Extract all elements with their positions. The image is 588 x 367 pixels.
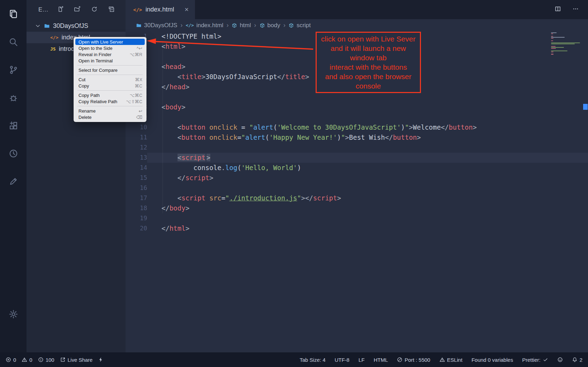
- minimap[interactable]: [551, 32, 582, 55]
- breadcrumb-separator: ›: [283, 22, 285, 29]
- breadcrumb-separator: ›: [254, 22, 256, 29]
- status-errors-error-icon: [6, 357, 11, 362]
- status-tab-size[interactable]: Tab Size: 4: [300, 357, 325, 363]
- activity-bar: [0, 0, 27, 352]
- breadcrumb-30daysofjs[interactable]: 30DaysOfJS: [136, 22, 177, 29]
- activity-bar-source-control-button[interactable]: [0, 56, 27, 84]
- breadcrumb-separator: ›: [226, 22, 228, 29]
- activity-bar-run-debug-button[interactable]: [0, 84, 27, 112]
- menu-item-shortcut: ↩: [139, 108, 142, 114]
- breadcrumb-script[interactable]: script: [288, 22, 311, 29]
- activity-bar-settings-button[interactable]: [0, 300, 27, 328]
- activity-bar-search-button[interactable]: [0, 28, 27, 56]
- line-text: [147, 183, 588, 193]
- code-line-17: 17 <script src="./introduction.js"></scr…: [126, 193, 588, 203]
- split-editor-button[interactable]: [555, 6, 561, 14]
- collapse-folders-button[interactable]: [108, 6, 115, 14]
- split-editor-icon: [555, 6, 561, 12]
- status-language-mode[interactable]: HTML: [374, 357, 388, 363]
- status-quick-action[interactable]: [98, 357, 104, 362]
- minimap-line: [551, 51, 567, 51]
- breadcrumb-label: html: [240, 22, 251, 29]
- menu-item-copy[interactable]: Copy⌘C: [74, 83, 146, 89]
- editor-group-actions: [555, 0, 588, 19]
- annotation-line: interact with the buttons: [317, 62, 419, 72]
- status-errors[interactable]: 0: [6, 357, 16, 363]
- status-warnings[interactable]: 0: [22, 357, 32, 363]
- tab-index-html[interactable]: </>index.html×: [126, 0, 195, 19]
- menu-item-shortcut: ⌥⌘C: [130, 93, 142, 98]
- line-text: [147, 112, 588, 122]
- status-eol[interactable]: LF: [359, 357, 365, 363]
- cube-icon: [232, 23, 237, 28]
- activity-bar-extensions-button[interactable]: [0, 112, 27, 139]
- line-text: <script src="./introduction.js"></script…: [147, 193, 588, 203]
- menu-item-label: Copy Relative Path: [78, 99, 117, 104]
- menu-item-rename[interactable]: Rename↩: [74, 108, 146, 114]
- status-live-share[interactable]: Live Share: [60, 357, 93, 363]
- minimap-line: [551, 40, 553, 41]
- status-info-count-info-icon: [38, 357, 44, 362]
- menu-item-open-with-live-server[interactable]: Open with Live Server: [75, 39, 145, 45]
- close-icon[interactable]: ×: [184, 6, 189, 14]
- breadcrumb: 30DaysOfJS›</>index.html›html›body›scrip…: [126, 19, 588, 31]
- breadcrumb-index-html[interactable]: </>index.html: [186, 22, 223, 29]
- menu-item-open-to-the-side[interactable]: Open to the Side^↩: [74, 45, 146, 51]
- tree-label: 30DaysOfJS: [53, 22, 88, 30]
- explorer-actions: [57, 6, 115, 14]
- new-file-button[interactable]: [57, 6, 63, 14]
- annotation-line: console: [317, 81, 419, 91]
- minimap-line: [551, 37, 565, 38]
- tab-bar: </>index.html×: [126, 0, 588, 19]
- menu-item-reveal-in-finder[interactable]: Reveal in Finder⌥⌘R: [74, 51, 146, 58]
- refresh-explorer-icon: [91, 6, 98, 13]
- menu-item-select-for-compare[interactable]: Select for Compare: [74, 67, 146, 73]
- more-actions-icon: [572, 6, 579, 12]
- menu-item-label: Reveal in Finder: [78, 52, 112, 57]
- more-actions-button[interactable]: [572, 6, 579, 14]
- line-number: 20: [126, 223, 147, 234]
- line-text: <script>: [147, 153, 588, 163]
- breadcrumb-body[interactable]: body: [259, 22, 280, 29]
- status-encoding[interactable]: UTF-8: [334, 357, 349, 363]
- line-text: [147, 213, 588, 223]
- menu-item-cut[interactable]: Cut⌘X: [74, 76, 146, 83]
- search-icon: [9, 37, 18, 47]
- menu-item-delete[interactable]: Delete⌫: [74, 114, 146, 120]
- line-text: <button onclick="alert('Happy New Year!'…: [147, 132, 588, 143]
- tree-folder-30daysofjs[interactable]: 30DaysOfJS: [27, 20, 126, 32]
- status-notifications[interactable]: 2: [572, 357, 582, 363]
- status-warnings-warning-icon: [22, 357, 27, 362]
- new-folder-button[interactable]: [74, 6, 81, 14]
- line-number: 12: [126, 143, 147, 153]
- status-eslint[interactable]: ESLint: [439, 357, 462, 363]
- status-variables-label: Found 0 variables: [472, 357, 513, 363]
- status-prettier[interactable]: Prettier:: [522, 357, 548, 363]
- activity-bar-history-button[interactable]: [0, 139, 27, 167]
- line-number: 15: [126, 173, 147, 183]
- menu-item-label: Copy Path: [78, 93, 100, 98]
- refresh-explorer-button[interactable]: [91, 6, 98, 14]
- status-notifications-label: 2: [580, 357, 582, 363]
- annotation-box: click on open with Live Severand it will…: [316, 32, 421, 93]
- status-live-share-liveshare-icon: [60, 357, 66, 362]
- new-file-icon: [57, 6, 63, 13]
- breadcrumb-html[interactable]: html: [232, 22, 251, 29]
- activity-bar-icons: [0, 0, 27, 195]
- menu-separator: [77, 90, 143, 91]
- activity-bar-explorer-button[interactable]: [0, 0, 27, 28]
- activity-bar-feedback-button[interactable]: [0, 167, 27, 195]
- status-variables[interactable]: Found 0 variables: [472, 357, 513, 363]
- line-number: 18: [126, 203, 147, 213]
- status-eslint-warning-icon: [439, 357, 445, 362]
- status-live-server-port[interactable]: Port : 5500: [397, 357, 430, 363]
- menu-item-copy-path[interactable]: Copy Path⌥⌘C: [74, 92, 146, 98]
- code-line-9: 9: [126, 112, 588, 122]
- status-info-count[interactable]: 100: [38, 357, 54, 363]
- menu-item-open-in-terminal[interactable]: Open in Terminal: [74, 58, 146, 64]
- breadcrumb-label: 30DaysOfJS: [144, 22, 177, 29]
- menu-item-copy-relative-path[interactable]: Copy Relative Path⌥⇧⌘C: [74, 98, 146, 105]
- status-feedback-smiley[interactable]: [557, 357, 563, 362]
- cube-icon: [288, 23, 294, 28]
- annotation-line: window tab: [317, 53, 419, 62]
